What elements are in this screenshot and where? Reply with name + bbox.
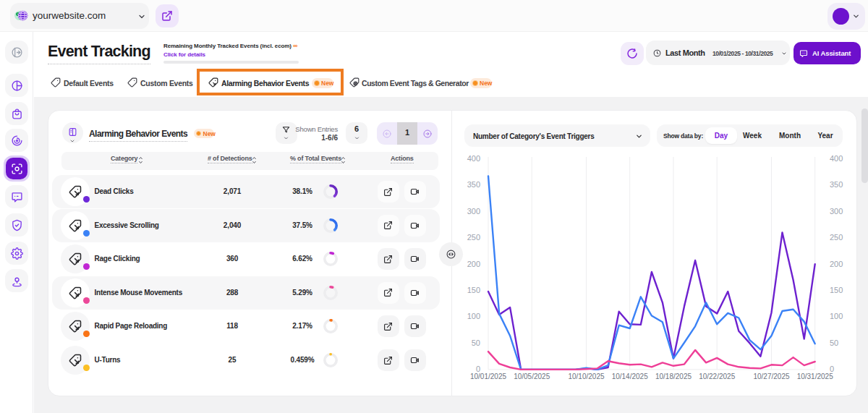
svg-text:350: 350 <box>467 180 480 189</box>
svg-text:50: 50 <box>472 339 480 347</box>
svg-text:100: 100 <box>467 312 480 320</box>
svg-text:300: 300 <box>830 207 843 216</box>
svg-text:200: 200 <box>830 260 843 268</box>
svg-text:250: 250 <box>467 233 480 242</box>
svg-text:10/01/2025: 10/01/2025 <box>470 372 506 380</box>
svg-text:10/10/2025: 10/10/2025 <box>568 372 604 380</box>
svg-text:10/18/2025: 10/18/2025 <box>655 372 692 380</box>
svg-text:100: 100 <box>830 312 843 320</box>
svg-text:350: 350 <box>830 180 843 189</box>
svg-text:10/27/2025: 10/27/2025 <box>753 372 789 380</box>
svg-text:150: 150 <box>467 286 480 294</box>
svg-text:200: 200 <box>467 260 480 268</box>
svg-text:400: 400 <box>467 154 480 163</box>
svg-text:10/31/2025: 10/31/2025 <box>797 372 833 380</box>
svg-text:10/14/2025: 10/14/2025 <box>612 372 648 380</box>
svg-text:150: 150 <box>830 286 843 294</box>
svg-text:300: 300 <box>467 207 480 216</box>
svg-text:250: 250 <box>830 233 843 242</box>
svg-text:10/22/2025: 10/22/2025 <box>699 372 735 380</box>
svg-text:10/05/2025: 10/05/2025 <box>514 372 550 380</box>
svg-text:400: 400 <box>830 154 843 163</box>
svg-text:50: 50 <box>830 339 838 347</box>
